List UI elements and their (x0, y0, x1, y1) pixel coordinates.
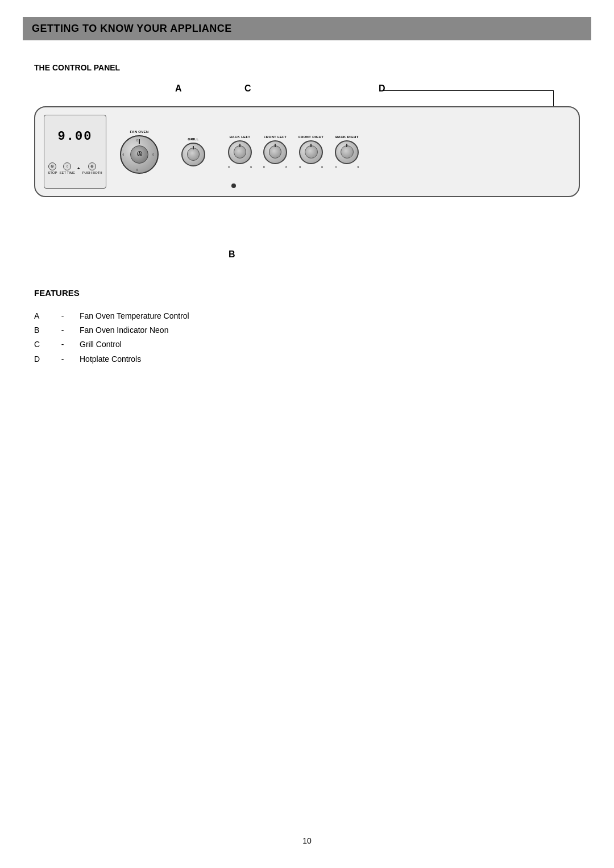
page-number: 10 (302, 836, 312, 845)
front-right-inner (305, 145, 318, 158)
push-both-icon: ⊕ (88, 162, 96, 170)
feature-description: Fan Oven Temperature Control (80, 309, 580, 323)
grill-label: GRILL (188, 137, 199, 141)
hotplate-back-left: BACK LEFT 06 (228, 135, 252, 169)
timer-controls: ⊛ STOP ○ SET TIME + ⊕ PUSH BOTH (48, 162, 102, 174)
front-right-marker (310, 144, 312, 147)
front-right-label: FRONT RIGHT (298, 135, 323, 139)
fan-oven-control: FAN OVEN Ⓐ 0 0 6 6 (120, 130, 159, 174)
grill-knob[interactable] (181, 143, 205, 166)
diagram-label-c: C (244, 84, 251, 94)
back-right-marker (346, 144, 347, 147)
feature-key: C (34, 337, 45, 352)
diagram-label-d: D (379, 84, 385, 94)
front-left-label: FRONT LEFT (264, 135, 287, 139)
back-left-ticks: 06 (228, 165, 252, 169)
feature-key: D (34, 352, 45, 366)
grill-control: GRILL (181, 137, 205, 166)
diagram-label-b: B (229, 249, 235, 260)
fan-oven-label: FAN OVEN (130, 130, 148, 133)
appliance-panel: 9.00 ⊛ STOP ○ SET TIME + ⊕ PUSH BOTH FAN… (34, 106, 580, 197)
diagram-area: A C D 9.00 ⊛ STOP ○ SET TIME + ⊕ (34, 84, 580, 243)
feature-dash: - (57, 309, 68, 323)
back-left-inner (234, 145, 247, 158)
feature-item: B - Fan Oven Indicator Neon (34, 323, 580, 337)
feature-dash: - (57, 352, 68, 366)
feature-description: Fan Oven Indicator Neon (80, 323, 580, 337)
back-left-knob[interactable] (228, 140, 252, 164)
feature-description: Hotplate Controls (80, 352, 580, 366)
push-both-button-area[interactable]: ⊕ PUSH BOTH (82, 162, 102, 174)
push-both-label: PUSH BOTH (82, 171, 102, 174)
stop-label: STOP (48, 171, 57, 174)
indicator-dot-b (231, 183, 236, 188)
back-right-ticks: 06 (335, 165, 359, 169)
feature-item: A - Fan Oven Temperature Control (34, 309, 580, 323)
feature-item: C - Grill Control (34, 337, 580, 352)
plus-icon: + (77, 166, 80, 171)
hotplate-front-right: FRONT RIGHT 06 (298, 135, 323, 169)
front-right-ticks: 06 (299, 165, 323, 169)
timer-display: 9.00 (58, 130, 93, 144)
feature-key: B (34, 323, 45, 337)
diagram-label-a: A (175, 84, 182, 94)
back-right-label: BACK RIGHT (335, 135, 359, 139)
page-title: GETTING TO KNOW YOUR APPLIANCE (32, 23, 582, 35)
back-right-knob[interactable] (335, 140, 359, 164)
hotplate-controls: BACK LEFT 06 FRONT LEFT 06 (228, 135, 359, 169)
feature-dash: - (57, 337, 68, 352)
page-header: GETTING TO KNOW YOUR APPLIANCE (23, 17, 591, 40)
grill-knob-inner (187, 148, 200, 161)
front-left-marker (275, 144, 276, 147)
set-time-button-area[interactable]: ○ SET TIME (60, 162, 75, 174)
set-time-icon: ○ (63, 162, 71, 170)
front-left-inner (269, 145, 282, 158)
front-left-knob[interactable] (263, 140, 287, 164)
front-left-ticks: 06 (263, 165, 287, 169)
d-horizontal-line (383, 90, 554, 91)
stop-button-area[interactable]: ⊛ STOP (48, 162, 57, 174)
feature-key: A (34, 309, 45, 323)
front-right-knob[interactable] (299, 140, 323, 164)
fan-oven-ticks: 0 0 6 6 (121, 136, 157, 173)
grill-knob-marker (193, 146, 194, 149)
features-title: FEATURES (34, 288, 580, 298)
svg-text:0: 0 (136, 139, 138, 142)
features-list: A - Fan Oven Temperature Control B - Fan… (34, 309, 580, 366)
fan-oven-knob[interactable]: Ⓐ 0 0 6 6 (120, 135, 159, 174)
timer-section: 9.00 ⊛ STOP ○ SET TIME + ⊕ PUSH BOTH (44, 115, 106, 189)
feature-description: Grill Control (80, 337, 580, 352)
svg-text:6: 6 (122, 153, 124, 156)
hotplate-front-left: FRONT LEFT 06 (263, 135, 287, 169)
feature-dash: - (57, 323, 68, 337)
control-panel-title: THE CONTROL PANEL (34, 63, 580, 72)
back-left-label: BACK LEFT (230, 135, 251, 139)
back-right-inner (341, 145, 354, 158)
hotplate-back-right: BACK RIGHT 06 (335, 135, 359, 169)
back-left-marker (239, 144, 240, 147)
features-section: FEATURES A - Fan Oven Temperature Contro… (34, 288, 580, 366)
svg-text:6: 6 (136, 169, 138, 172)
svg-text:0: 0 (152, 153, 154, 156)
set-time-label: SET TIME (60, 171, 75, 174)
feature-item: D - Hotplate Controls (34, 352, 580, 366)
stop-icon: ⊛ (48, 162, 56, 170)
